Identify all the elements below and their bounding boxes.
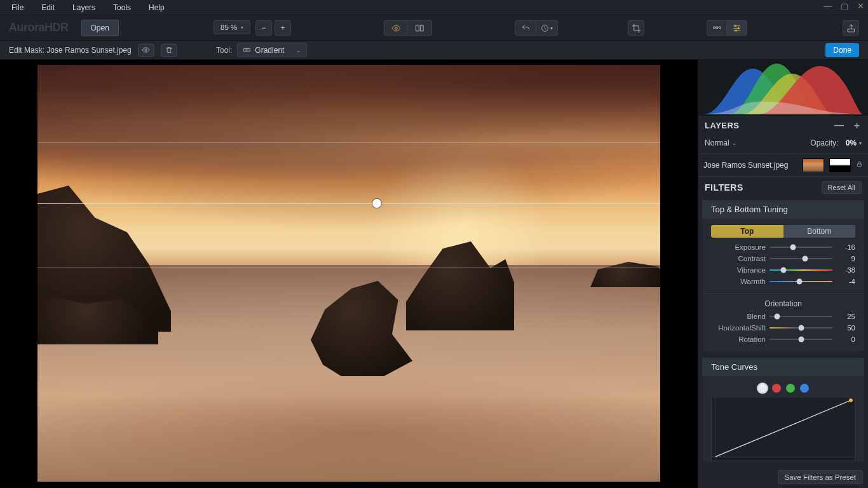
menu-file[interactable]: File — [3, 1, 32, 15]
tone-channel-picker — [702, 376, 864, 398]
tone-curves-card: Tone Curves — [702, 358, 864, 461]
presets-panel-button[interactable] — [707, 20, 727, 36]
slider-label: Warmth — [711, 278, 766, 285]
layers-title: LAYERS — [705, 121, 740, 130]
open-button[interactable]: Open — [81, 20, 119, 36]
remove-layer-button[interactable]: — — [834, 119, 844, 132]
opacity-dropdown[interactable]: Opacity: 0%▾ — [810, 139, 862, 147]
eye-icon — [391, 24, 401, 33]
svg-rect-2 — [421, 25, 423, 31]
lock-icon[interactable] — [856, 159, 863, 171]
zoom-out-button[interactable]: − — [255, 20, 272, 36]
tool-dropdown[interactable]: Gradient ⌄ — [237, 43, 307, 57]
tone-curve-editor[interactable] — [711, 398, 855, 461]
reset-all-button[interactable]: Reset All — [822, 181, 862, 194]
slider-track[interactable] — [770, 247, 832, 248]
zoom-dropdown[interactable]: 85 % ▾ — [214, 20, 250, 34]
menu-tools[interactable]: Tools — [104, 1, 140, 15]
slider-knob[interactable] — [790, 245, 796, 250]
channel-red[interactable] — [772, 384, 781, 393]
slider-value: -4 — [836, 278, 855, 285]
window-minimize-icon[interactable]: — — [824, 1, 832, 11]
slider-warmth[interactable]: Warmth -4 — [702, 276, 864, 287]
gradient-guide-center[interactable] — [37, 203, 660, 204]
slider-value: 50 — [836, 324, 855, 332]
done-button[interactable]: Done — [825, 43, 859, 57]
slider-knob[interactable] — [780, 268, 786, 273]
slider-track[interactable] — [770, 339, 832, 340]
svg-line-22 — [715, 400, 851, 457]
menu-help[interactable]: Help — [140, 1, 173, 15]
slider-value: 9 — [836, 255, 855, 262]
slider-horizontalshift[interactable]: HorizontalShift 50 — [702, 322, 864, 334]
gradient-guide-top[interactable] — [37, 142, 660, 143]
slider-value: 25 — [836, 313, 855, 320]
filters-title: FILTERS — [705, 182, 743, 193]
quick-preview-button[interactable] — [384, 20, 408, 36]
panel-mode-group — [707, 20, 747, 36]
updown-icon: ⌄ — [296, 47, 301, 53]
gradient-guide-bottom[interactable] — [37, 267, 660, 268]
compare-button[interactable] — [408, 20, 432, 36]
slider-track[interactable] — [770, 316, 832, 317]
histogram[interactable] — [698, 60, 868, 116]
crop-icon — [632, 24, 641, 33]
svg-rect-13 — [848, 29, 854, 31]
save-preset-button[interactable]: Save Filters as Preset — [778, 470, 863, 484]
slider-label: Vibrance — [711, 266, 766, 274]
slider-knob[interactable] — [803, 256, 808, 262]
tab-top[interactable]: Top — [711, 225, 783, 238]
slider-track[interactable] — [770, 258, 832, 259]
slider-blend[interactable]: Blend 25 — [702, 311, 864, 322]
slider-knob[interactable] — [796, 279, 802, 285]
slider-track[interactable] — [770, 281, 832, 282]
crop-button[interactable] — [628, 20, 644, 36]
gradient-icon — [243, 45, 251, 55]
image-canvas[interactable] — [37, 65, 660, 482]
channel-luma[interactable] — [758, 384, 767, 393]
zoom-value: 85 % — [220, 24, 237, 31]
channel-green[interactable] — [786, 384, 795, 393]
slider-track[interactable] — [770, 327, 832, 329]
chevron-down-icon: ▾ — [859, 140, 862, 146]
slider-knob[interactable] — [798, 337, 804, 342]
layer-thumbnail[interactable] — [803, 158, 824, 172]
menu-layers[interactable]: Layers — [64, 1, 104, 15]
window-maximize-icon[interactable]: ▢ — [841, 1, 848, 11]
undo-icon — [521, 24, 531, 33]
mask-delete-button[interactable] — [161, 44, 177, 57]
adjust-panel-button[interactable] — [727, 20, 747, 36]
tone-curves-header[interactable]: Tone Curves — [702, 358, 864, 376]
svg-rect-5 — [716, 27, 718, 29]
zoom-in-button[interactable]: + — [275, 20, 291, 36]
menu-edit[interactable]: Edit — [32, 1, 64, 15]
slider-rotation[interactable]: Rotation 0 — [702, 334, 864, 345]
canvas-viewport[interactable] — [0, 60, 698, 488]
svg-point-14 — [145, 49, 147, 51]
window-close-icon[interactable]: ✕ — [857, 1, 864, 11]
channel-blue[interactable] — [800, 384, 809, 393]
tab-bottom[interactable]: Bottom — [783, 225, 856, 238]
slider-vibrance[interactable]: Vibrance -38 — [702, 264, 864, 276]
slider-knob[interactable] — [774, 314, 780, 320]
right-panel: LAYERS — ＋ Normal⌄ Opacity: 0%▾ Jose Ram… — [698, 60, 868, 488]
slider-value: 0 — [836, 336, 855, 343]
slider-contrast[interactable]: Contrast 9 — [702, 253, 864, 264]
slider-exposure[interactable]: Exposure -16 — [702, 241, 864, 253]
gradient-handle[interactable] — [372, 199, 381, 208]
mask-visibility-button[interactable] — [138, 44, 154, 57]
export-button[interactable] — [843, 20, 859, 36]
add-layer-button[interactable]: ＋ — [852, 119, 862, 132]
layer-row[interactable]: Jose Ramos Sunset.jpeg — [698, 154, 868, 177]
chevron-down-icon: ▾ — [550, 25, 553, 31]
history-dropdown[interactable]: ▾ — [536, 20, 558, 36]
undo-button[interactable] — [515, 20, 536, 36]
slider-knob[interactable] — [798, 325, 804, 331]
trash-icon — [165, 45, 173, 55]
svg-rect-1 — [416, 25, 419, 31]
blend-mode-dropdown[interactable]: Normal⌄ — [705, 139, 736, 147]
clock-icon — [541, 24, 549, 33]
tbt-header[interactable]: Top & Bottom Tuning — [702, 200, 864, 219]
layer-mask-thumbnail[interactable] — [829, 158, 851, 172]
slider-track[interactable] — [770, 269, 832, 271]
